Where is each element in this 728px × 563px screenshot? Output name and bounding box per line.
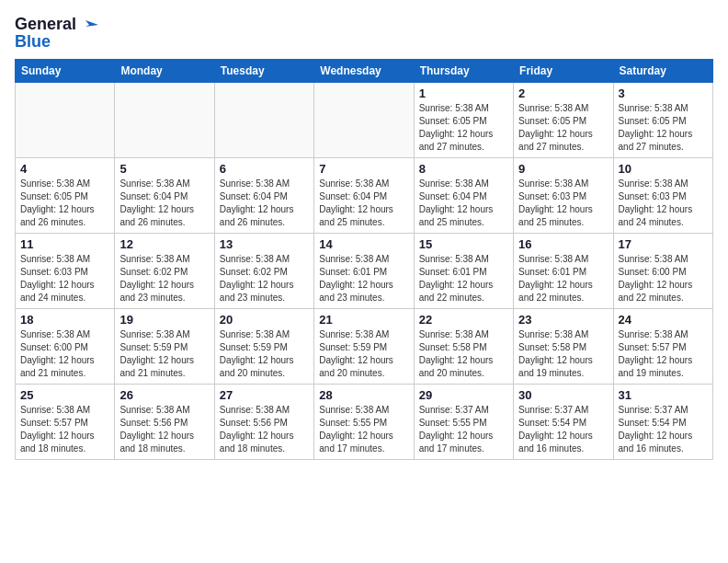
weekday-header: Friday <box>514 59 613 82</box>
day-info: Sunrise: 5:38 AM Sunset: 6:04 PM Dayligh… <box>419 178 508 229</box>
day-number: 23 <box>518 313 608 327</box>
calendar-cell: 25Sunrise: 5:38 AM Sunset: 5:57 PM Dayli… <box>16 384 115 459</box>
day-number: 13 <box>220 237 309 251</box>
day-number: 11 <box>20 237 109 251</box>
calendar-cell: 10Sunrise: 5:38 AM Sunset: 6:03 PM Dayli… <box>613 157 712 233</box>
weekday-header: Sunday <box>16 59 115 82</box>
day-info: Sunrise: 5:38 AM Sunset: 6:04 PM Dayligh… <box>319 178 408 229</box>
calendar-cell: 8Sunrise: 5:38 AM Sunset: 6:04 PM Daylig… <box>414 157 513 233</box>
day-info: Sunrise: 5:38 AM Sunset: 6:03 PM Dayligh… <box>20 253 109 304</box>
calendar-cell: 18Sunrise: 5:38 AM Sunset: 6:00 PM Dayli… <box>16 308 115 384</box>
logo-blue: Blue <box>15 33 51 52</box>
day-info: Sunrise: 5:38 AM Sunset: 5:59 PM Dayligh… <box>220 328 309 380</box>
day-info: Sunrise: 5:38 AM Sunset: 6:01 PM Dayligh… <box>319 253 408 304</box>
calendar-cell: 15Sunrise: 5:38 AM Sunset: 6:01 PM Dayli… <box>414 233 513 308</box>
day-number: 10 <box>619 162 708 176</box>
day-info: Sunrise: 5:38 AM Sunset: 6:05 PM Dayligh… <box>518 102 608 154</box>
day-number: 31 <box>619 388 708 402</box>
calendar-cell: 2Sunrise: 5:38 AM Sunset: 6:05 PM Daylig… <box>514 82 613 157</box>
calendar-cell <box>214 82 313 157</box>
day-number: 12 <box>119 237 209 251</box>
day-info: Sunrise: 5:38 AM Sunset: 5:58 PM Dayligh… <box>518 328 608 380</box>
day-info: Sunrise: 5:38 AM Sunset: 5:55 PM Dayligh… <box>319 404 408 455</box>
day-number: 6 <box>220 162 309 176</box>
day-number: 30 <box>518 388 608 402</box>
day-number: 27 <box>220 388 309 402</box>
day-number: 28 <box>319 388 408 402</box>
day-number: 1 <box>419 86 508 100</box>
calendar-cell: 4Sunrise: 5:38 AM Sunset: 6:05 PM Daylig… <box>16 157 115 233</box>
calendar-cell: 11Sunrise: 5:38 AM Sunset: 6:03 PM Dayli… <box>16 233 115 308</box>
logo-general: General <box>15 16 76 34</box>
day-info: Sunrise: 5:38 AM Sunset: 5:56 PM Dayligh… <box>119 404 209 455</box>
day-info: Sunrise: 5:38 AM Sunset: 6:05 PM Dayligh… <box>619 102 708 154</box>
calendar-cell <box>16 82 115 157</box>
day-number: 8 <box>419 162 508 176</box>
calendar-cell: 16Sunrise: 5:38 AM Sunset: 6:01 PM Dayli… <box>514 233 613 308</box>
day-info: Sunrise: 5:38 AM Sunset: 6:02 PM Dayligh… <box>119 253 209 304</box>
calendar-cell: 21Sunrise: 5:38 AM Sunset: 5:59 PM Dayli… <box>314 308 414 384</box>
day-number: 4 <box>20 162 109 176</box>
calendar-cell: 29Sunrise: 5:37 AM Sunset: 5:55 PM Dayli… <box>414 384 513 459</box>
day-number: 2 <box>518 86 608 100</box>
day-info: Sunrise: 5:38 AM Sunset: 6:05 PM Dayligh… <box>20 178 109 229</box>
day-info: Sunrise: 5:38 AM Sunset: 6:01 PM Dayligh… <box>518 253 608 304</box>
day-info: Sunrise: 5:38 AM Sunset: 6:03 PM Dayligh… <box>518 178 608 229</box>
day-info: Sunrise: 5:37 AM Sunset: 5:54 PM Dayligh… <box>619 404 708 455</box>
day-info: Sunrise: 5:38 AM Sunset: 6:04 PM Dayligh… <box>119 178 209 229</box>
weekday-header: Saturday <box>613 59 712 82</box>
calendar-cell: 7Sunrise: 5:38 AM Sunset: 6:04 PM Daylig… <box>314 157 414 233</box>
day-number: 14 <box>319 237 408 251</box>
day-info: Sunrise: 5:37 AM Sunset: 5:55 PM Dayligh… <box>419 404 508 455</box>
calendar-cell: 24Sunrise: 5:38 AM Sunset: 5:57 PM Dayli… <box>613 308 712 384</box>
page-header: General Blue <box>15 15 713 52</box>
day-number: 20 <box>220 313 309 327</box>
day-number: 7 <box>319 162 408 176</box>
day-number: 24 <box>619 313 708 327</box>
day-info: Sunrise: 5:38 AM Sunset: 5:57 PM Dayligh… <box>20 404 109 455</box>
calendar-cell: 20Sunrise: 5:38 AM Sunset: 5:59 PM Dayli… <box>214 308 313 384</box>
logo-bird-icon <box>78 15 98 35</box>
calendar-cell: 12Sunrise: 5:38 AM Sunset: 6:02 PM Dayli… <box>115 233 214 308</box>
day-info: Sunrise: 5:38 AM Sunset: 6:02 PM Dayligh… <box>220 253 309 304</box>
day-info: Sunrise: 5:38 AM Sunset: 5:59 PM Dayligh… <box>119 328 209 380</box>
calendar-cell: 30Sunrise: 5:37 AM Sunset: 5:54 PM Dayli… <box>514 384 613 459</box>
calendar-cell: 17Sunrise: 5:38 AM Sunset: 6:00 PM Dayli… <box>613 233 712 308</box>
day-number: 3 <box>619 86 708 100</box>
day-number: 19 <box>119 313 209 327</box>
calendar-cell: 28Sunrise: 5:38 AM Sunset: 5:55 PM Dayli… <box>314 384 414 459</box>
day-number: 17 <box>619 237 708 251</box>
day-number: 9 <box>518 162 608 176</box>
calendar-cell: 6Sunrise: 5:38 AM Sunset: 6:04 PM Daylig… <box>214 157 313 233</box>
day-number: 25 <box>20 388 109 402</box>
day-number: 15 <box>419 237 508 251</box>
day-info: Sunrise: 5:38 AM Sunset: 6:03 PM Dayligh… <box>619 178 708 229</box>
calendar-cell: 27Sunrise: 5:38 AM Sunset: 5:56 PM Dayli… <box>214 384 313 459</box>
day-number: 29 <box>419 388 508 402</box>
day-number: 16 <box>518 237 608 251</box>
weekday-header: Monday <box>115 59 214 82</box>
calendar-table: SundayMondayTuesdayWednesdayThursdayFrid… <box>15 59 713 460</box>
calendar-cell: 31Sunrise: 5:37 AM Sunset: 5:54 PM Dayli… <box>613 384 712 459</box>
calendar-cell: 22Sunrise: 5:38 AM Sunset: 5:58 PM Dayli… <box>414 308 513 384</box>
calendar-cell <box>115 82 214 157</box>
calendar-cell: 13Sunrise: 5:38 AM Sunset: 6:02 PM Dayli… <box>214 233 313 308</box>
calendar-cell: 5Sunrise: 5:38 AM Sunset: 6:04 PM Daylig… <box>115 157 214 233</box>
svg-marker-0 <box>85 20 98 27</box>
day-info: Sunrise: 5:38 AM Sunset: 6:05 PM Dayligh… <box>419 102 508 154</box>
weekday-header: Tuesday <box>214 59 313 82</box>
day-info: Sunrise: 5:38 AM Sunset: 6:00 PM Dayligh… <box>619 253 708 304</box>
day-info: Sunrise: 5:38 AM Sunset: 6:04 PM Dayligh… <box>220 178 309 229</box>
day-info: Sunrise: 5:38 AM Sunset: 6:01 PM Dayligh… <box>419 253 508 304</box>
calendar-cell: 1Sunrise: 5:38 AM Sunset: 6:05 PM Daylig… <box>414 82 513 157</box>
day-info: Sunrise: 5:38 AM Sunset: 5:59 PM Dayligh… <box>319 328 408 380</box>
calendar-cell: 26Sunrise: 5:38 AM Sunset: 5:56 PM Dayli… <box>115 384 214 459</box>
day-number: 22 <box>419 313 508 327</box>
day-number: 21 <box>319 313 408 327</box>
weekday-header: Thursday <box>414 59 513 82</box>
day-info: Sunrise: 5:38 AM Sunset: 5:56 PM Dayligh… <box>220 404 309 455</box>
day-info: Sunrise: 5:38 AM Sunset: 5:58 PM Dayligh… <box>419 328 508 380</box>
day-info: Sunrise: 5:38 AM Sunset: 5:57 PM Dayligh… <box>619 328 708 380</box>
day-info: Sunrise: 5:38 AM Sunset: 6:00 PM Dayligh… <box>20 328 109 380</box>
day-info: Sunrise: 5:37 AM Sunset: 5:54 PM Dayligh… <box>518 404 608 455</box>
